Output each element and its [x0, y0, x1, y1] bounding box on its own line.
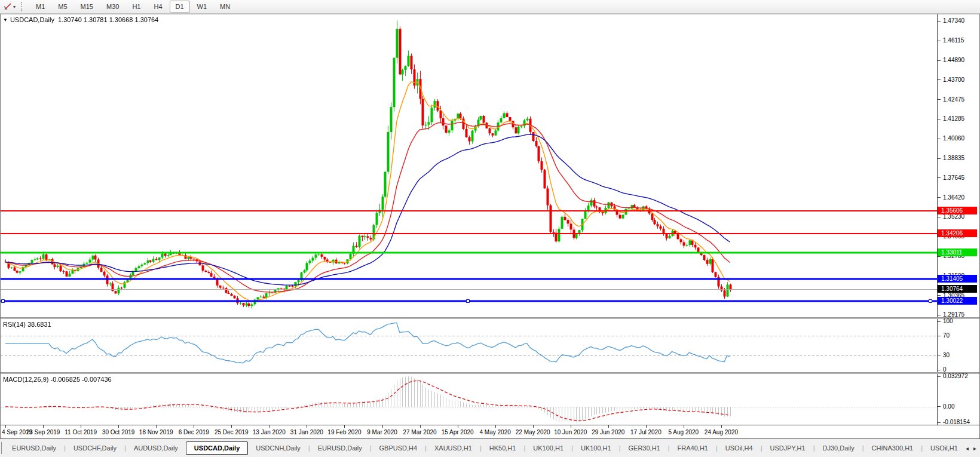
- tab-gbpusd-h4[interactable]: GBPUSD,H4: [372, 442, 425, 454]
- macd-axis-label: 0.00: [943, 403, 954, 410]
- price-axis-label: 1.47340: [943, 17, 964, 24]
- time-axis-tick-mark: [269, 425, 270, 428]
- toolbar-grip[interactable]: [21, 2, 24, 11]
- price-axis-tick-mark: [938, 315, 941, 315]
- price-axis-tick-mark: [938, 139, 941, 139]
- timeframe-button-mn[interactable]: MN: [214, 1, 236, 13]
- time-axis-tick-mark: [533, 425, 534, 428]
- time-axis[interactable]: 4 Sep 201923 Sep 201911 Oct 201930 Oct 2…: [1, 425, 979, 438]
- tab-hk50-h1[interactable]: HK50,H1: [482, 442, 524, 454]
- macd-axis-label: 0.032972: [943, 373, 968, 379]
- chart-tab-bar: EURUSD,Daily|USDCHF,Daily|AUDUSD,DailyUS…: [0, 439, 980, 457]
- collapse-triangle-icon[interactable]: ▼: [3, 17, 8, 23]
- chart-title-symbol: USDCAD,Daily: [10, 16, 54, 23]
- price-plot[interactable]: ▼USDCAD,Daily 1.30740 1.30781 1.30668 1.…: [1, 14, 937, 317]
- time-axis-tick-mark: [420, 425, 421, 428]
- time-axis-label: 29 Jun 2020: [587, 429, 629, 435]
- price-axis-tick-mark: [938, 197, 941, 198]
- time-axis-label: 31 Jan 2020: [286, 429, 327, 435]
- price-axis-label: 1.46115: [943, 37, 964, 44]
- tab-dj30-daily[interactable]: DJ30,Daily: [814, 442, 862, 454]
- rsi-axis-label: 0: [943, 366, 947, 373]
- line-tool-icon[interactable]: [2, 1, 13, 12]
- time-axis-tick-mark: [608, 425, 609, 428]
- price-chart-canvas[interactable]: [1, 14, 937, 317]
- macd-plot[interactable]: MACD(12,26,9) -0.006825 -0.007436: [1, 374, 937, 425]
- price-axis-tick-mark: [938, 79, 941, 80]
- current-price-badge: 1.30764: [938, 285, 977, 293]
- time-axis-label: 27 Mar 2020: [399, 429, 441, 435]
- price-axis[interactable]: 1.473401.461151.448901.437001.424751.412…: [937, 14, 979, 317]
- timeframe-button-d1[interactable]: D1: [170, 1, 190, 13]
- timeframe-button-h1[interactable]: H1: [126, 1, 146, 13]
- price-level-badge: 1.34206: [938, 229, 977, 237]
- time-axis-label: 9 Mar 2020: [362, 429, 403, 435]
- time-axis-tick-mark: [646, 425, 647, 428]
- price-axis-tick-mark: [938, 60, 941, 61]
- price-axis-tick-mark: [938, 217, 941, 217]
- rsi-plot[interactable]: RSI(14) 38.6831: [1, 319, 937, 372]
- time-axis-tick-mark: [721, 425, 722, 428]
- rsi-canvas[interactable]: [1, 319, 937, 372]
- timeframe-button-m30[interactable]: M30: [100, 1, 125, 13]
- tool-dropdown-caret-icon[interactable]: ▾: [13, 4, 16, 10]
- price-axis-label: 1.36420: [943, 194, 964, 201]
- time-axis-tick-mark: [231, 425, 232, 428]
- tab-usdcad-daily[interactable]: USDCAD,Daily: [186, 441, 248, 455]
- tab-fra40-h1[interactable]: FRA40,H1: [670, 442, 716, 454]
- price-level-badge: 1.31405: [938, 275, 977, 283]
- tab-usdjpy-h1[interactable]: USDJPY,H1: [762, 442, 813, 454]
- tab-usdcnh-daily[interactable]: USDCNH,Daily: [248, 442, 308, 454]
- tab-audusd-daily[interactable]: AUDUSD,Daily: [126, 442, 186, 454]
- time-axis-tick-mark: [307, 425, 307, 428]
- timeframe-button-h4[interactable]: H4: [148, 1, 168, 13]
- time-axis-label: 24 Aug 2020: [700, 429, 742, 435]
- timeframe-button-w1[interactable]: W1: [191, 1, 213, 13]
- timeframe-button-m1[interactable]: M1: [30, 1, 51, 13]
- tab-scroll-left-icon[interactable]: ◂: [966, 445, 969, 452]
- time-axis-tick-mark: [43, 425, 44, 428]
- macd-panel: MACD(12,26,9) -0.006825 -0.007436 0.0329…: [1, 374, 979, 425]
- price-axis-tick-mark: [938, 99, 941, 100]
- price-axis-tick-mark: [938, 21, 941, 22]
- price-axis-label: 1.41285: [943, 115, 964, 122]
- price-axis-label: 1.40060: [943, 135, 964, 142]
- macd-canvas[interactable]: [1, 374, 937, 425]
- rsi-axis-label: 100: [943, 318, 953, 324]
- time-axis-tick-mark: [194, 425, 194, 428]
- price-axis-tick-mark: [938, 119, 941, 119]
- tab-usoil-h1[interactable]: USOil,H1: [923, 442, 966, 454]
- chart-window: ▼USDCAD,Daily 1.30740 1.30781 1.30668 1.…: [0, 14, 980, 439]
- tab-uk100-h1[interactable]: UK100,H1: [573, 442, 619, 454]
- time-axis-label: 19 Feb 2020: [323, 429, 365, 435]
- time-axis-label: 11 Oct 2019: [60, 429, 102, 435]
- tab-eurusd-daily[interactable]: EURUSD,Daily: [4, 442, 64, 454]
- macd-axis[interactable]: 0.0329720.00-0.018154: [937, 374, 979, 425]
- rsi-axis[interactable]: 10070300: [937, 319, 979, 372]
- time-axis-tick-mark: [118, 425, 119, 428]
- time-axis-tick-mark: [571, 425, 571, 428]
- timeframe-button-m15[interactable]: M15: [75, 1, 99, 13]
- tab-scroll-arrows: ◂ ▸: [966, 445, 976, 452]
- tab-china300-h1[interactable]: CHINA300,H1: [864, 442, 921, 454]
- price-axis-label: 1.29175: [943, 311, 964, 318]
- macd-axis-tick-mark: [938, 406, 941, 407]
- tab-scroll-right-icon[interactable]: ▸: [973, 445, 976, 452]
- chart-tabs: EURUSD,Daily|USDCHF,Daily|AUDUSD,DailyUS…: [4, 441, 966, 455]
- price-axis-label: 1.38835: [943, 155, 964, 161]
- timeframe-buttons: M1M5M15M30H1H4D1W1MN: [29, 1, 237, 13]
- timeframe-button-m5[interactable]: M5: [52, 1, 73, 13]
- price-level-badge: 1.30022: [938, 297, 977, 305]
- price-level-badge: 1.35606: [938, 207, 977, 214]
- tab-xauusd-h1[interactable]: XAUUSD,H1: [427, 442, 480, 454]
- tab-usoil-h4[interactable]: USOil,H4: [718, 442, 761, 454]
- time-axis-label: 10 Jun 2020: [550, 429, 592, 435]
- chart-title: ▼USDCAD,Daily 1.30740 1.30781 1.30668 1.…: [3, 16, 158, 23]
- rsi-axis-tick-mark: [938, 321, 941, 322]
- tab-eurusd-daily[interactable]: EURUSD,Daily: [310, 442, 370, 454]
- rsi-axis-tick-mark: [938, 355, 941, 355]
- tab-uk100-h1[interactable]: UK100,H1: [525, 442, 571, 454]
- tab-ger30-h1[interactable]: GER30,H1: [621, 442, 668, 454]
- tab-usdchf-daily[interactable]: USDCHF,Daily: [66, 442, 124, 454]
- time-axis-tick-mark: [81, 425, 81, 428]
